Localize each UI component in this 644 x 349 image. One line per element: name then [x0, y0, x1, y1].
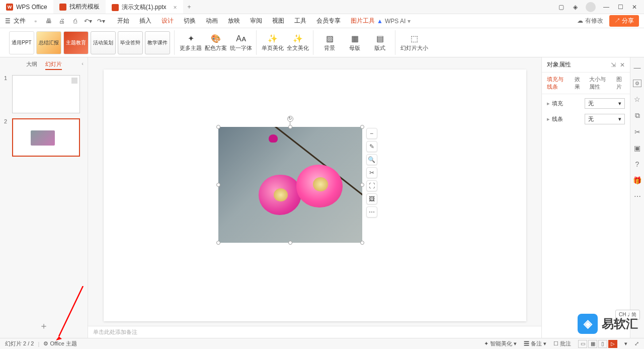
slideshow-view-button[interactable]: ▷	[608, 340, 617, 348]
more-themes-button[interactable]: ✦更多主题	[180, 30, 202, 55]
save-icon[interactable]: 🖶	[45, 18, 53, 25]
pin-icon[interactable]: ⇲	[611, 61, 616, 68]
add-slide-button[interactable]: ＋	[0, 314, 88, 338]
sorter-view-button[interactable]: ▦	[588, 340, 597, 348]
canvas-scroll[interactable]: − ✎ 🔍 ✂ ⛶ 🖼 ⋯	[88, 57, 541, 326]
smart-beautify-button[interactable]: ✦ 智能美化 ▾	[484, 340, 517, 347]
slides-tab[interactable]: 幻灯片	[45, 60, 62, 70]
resize-handle-e[interactable]	[360, 183, 364, 187]
fill-select[interactable]: 无▾	[585, 98, 625, 109]
app-window-icon[interactable]: ▢	[557, 4, 565, 11]
sidebar-minus-icon[interactable]: —	[634, 63, 641, 72]
template-thesis[interactable]: 毕业答辩	[118, 31, 143, 54]
close-icon[interactable]: ✕	[631, 4, 638, 11]
undo-icon[interactable]: ↶▾	[84, 18, 92, 25]
float-replace-button[interactable]: 🖼	[366, 193, 377, 204]
maximize-icon[interactable]: ☐	[617, 4, 624, 11]
uniform-font-button[interactable]: Aᴀ统一字体	[230, 30, 252, 55]
tab-member[interactable]: 会员专享	[316, 17, 341, 25]
normal-view-button[interactable]: ▭	[578, 340, 587, 348]
float-more-button[interactable]: ⋯	[366, 206, 377, 218]
background-button[interactable]: ▨背景	[318, 30, 341, 55]
zoom-dropdown[interactable]: ▾	[624, 340, 627, 347]
theme-name[interactable]: ⚙ Office 主题	[43, 340, 77, 347]
changes-indicator[interactable]: ☁ 有修改	[577, 17, 603, 25]
share-button[interactable]: ↗ 分享	[609, 15, 639, 27]
resize-handle-s[interactable]	[288, 241, 292, 245]
tab-slideshow[interactable]: 放映	[228, 17, 240, 25]
line-select[interactable]: 无▾	[585, 114, 625, 124]
resize-handle-se[interactable]	[360, 241, 364, 245]
tab-picture-tools[interactable]: 图片工具	[351, 17, 375, 25]
new-tab-button[interactable]: ＋	[183, 3, 195, 11]
template-summary[interactable]: 总结汇报	[36, 31, 61, 54]
tab-transition[interactable]: 切换	[184, 17, 196, 25]
user-avatar[interactable]	[586, 2, 596, 12]
fit-button[interactable]: ⤢	[634, 340, 639, 347]
rp-tab-fill[interactable]: 填充与线条	[547, 76, 569, 91]
reading-view-button[interactable]: ▯	[598, 340, 607, 348]
resize-handle-n[interactable]	[288, 125, 292, 129]
rotate-handle[interactable]	[287, 116, 293, 122]
sidebar-star-icon[interactable]: ☆	[634, 95, 640, 103]
close-panel-icon[interactable]: ✕	[620, 61, 625, 68]
notes-toggle[interactable]: ☰ 备注 ▾	[524, 340, 546, 347]
wps-ai-button[interactable]: ▲ WPS AI ▾	[377, 18, 411, 25]
app-cube-icon[interactable]: ◈	[572, 4, 579, 11]
tab-design[interactable]: 设计	[162, 17, 174, 25]
color-scheme-button[interactable]: 🎨配色方案	[205, 30, 227, 55]
tab-animation[interactable]: 动画	[206, 17, 218, 25]
redo-icon[interactable]: ↷▾	[97, 18, 105, 25]
tab-templates[interactable]: 找稻壳模板	[53, 0, 106, 14]
resize-handle-sw[interactable]	[216, 241, 220, 245]
float-crop-button[interactable]: ✎	[366, 141, 377, 152]
resize-handle-nw[interactable]	[216, 125, 220, 129]
slide-1-thumb[interactable]	[12, 75, 80, 113]
slide-canvas[interactable]: − ✎ 🔍 ✂ ⛶ 🖼 ⋯	[104, 69, 526, 321]
tab-tools[interactable]: 工具	[294, 17, 306, 25]
selected-image[interactable]	[218, 127, 362, 243]
file-menu[interactable]: ☰ 文件	[5, 17, 26, 25]
collapse-panel-icon[interactable]: ‹	[82, 60, 84, 66]
expand-icon[interactable]: ▸	[547, 100, 550, 106]
rp-tab-picture[interactable]: 图片	[616, 76, 625, 91]
master-button[interactable]: ▦母版	[344, 30, 366, 55]
slide-size-button[interactable]: ⬚幻灯片大小	[400, 30, 428, 55]
template-generic[interactable]: 通用PPT	[9, 31, 34, 54]
layout-button[interactable]: ▤版式	[369, 30, 391, 55]
sidebar-help-icon[interactable]: ?	[635, 160, 639, 168]
sidebar-settings-icon[interactable]: ⚙	[633, 80, 641, 87]
rp-tab-size[interactable]: 大小与属性	[589, 76, 611, 91]
sidebar-more-icon[interactable]: ⋯	[634, 192, 641, 200]
sidebar-copy-icon[interactable]: ⧉	[635, 111, 640, 120]
new-icon[interactable]: ▫	[32, 18, 40, 25]
resize-handle-w[interactable]	[216, 183, 220, 187]
sidebar-tool-icon[interactable]: ✂	[634, 128, 640, 136]
notes-input[interactable]: 单击此处添加备注	[88, 326, 541, 338]
app-tab-wps[interactable]: W WPS Office	[0, 0, 53, 14]
tab-document[interactable]: 演示文稿(1).pptx ×	[106, 0, 183, 14]
tab-view[interactable]: 视图	[272, 17, 284, 25]
template-teaching[interactable]: 教学课件	[145, 31, 170, 54]
tab-start[interactable]: 开始	[117, 17, 129, 25]
print-icon[interactable]: 🖨	[58, 18, 66, 25]
sidebar-image-icon[interactable]: ▣	[634, 144, 640, 152]
template-event[interactable]: 活动策划	[91, 31, 116, 54]
template-theme[interactable]: 主题教育	[63, 31, 89, 54]
minimize-icon[interactable]: —	[603, 4, 610, 11]
rp-tab-effect[interactable]: 效果	[575, 76, 583, 91]
tab-close-icon[interactable]: ×	[173, 4, 177, 11]
float-zoom-button[interactable]: 🔍	[366, 154, 377, 165]
preview-icon[interactable]: ⎙	[71, 18, 79, 25]
tab-insert[interactable]: 插入	[139, 17, 151, 25]
float-fullscreen-button[interactable]: ⛶	[366, 180, 377, 191]
slide-2-thumb[interactable]	[12, 118, 80, 157]
comments-toggle[interactable]: ☐ 批注	[553, 340, 571, 347]
tab-review[interactable]: 审阅	[250, 17, 262, 25]
float-minus-button[interactable]: −	[366, 128, 377, 139]
float-cut-button[interactable]: ✂	[366, 167, 377, 178]
expand-icon[interactable]: ▸	[547, 116, 550, 122]
full-beautify-button[interactable]: ✨全文美化	[287, 30, 309, 55]
outline-tab[interactable]: 大纲	[26, 60, 37, 70]
page-beautify-button[interactable]: ✨单页美化	[262, 30, 284, 55]
